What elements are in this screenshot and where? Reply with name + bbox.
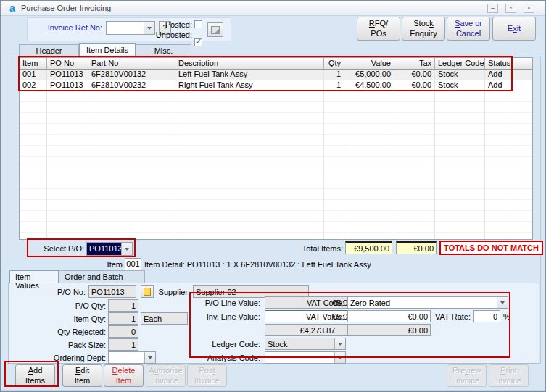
cell-tax xyxy=(394,233,435,240)
po-no-label: P/O No: xyxy=(41,288,86,296)
col-qty[interactable]: Qty xyxy=(324,58,344,69)
ledger-code-value: Stock xyxy=(265,338,334,349)
cell-part_no xyxy=(88,211,175,222)
cell-value xyxy=(344,146,394,157)
window-title: Purchase Order Invoicing xyxy=(21,1,111,16)
cell-description xyxy=(175,102,324,113)
add-items-button[interactable]: Add Items xyxy=(15,364,55,387)
cell-part_no xyxy=(88,124,175,135)
cell-tax xyxy=(394,135,435,146)
exit-button[interactable]: Exit xyxy=(492,17,536,41)
col-po-no[interactable]: PO No xyxy=(47,58,88,69)
cell-filler xyxy=(510,70,532,80)
chevron-down-icon[interactable] xyxy=(121,243,132,255)
table-row[interactable] xyxy=(20,102,532,113)
vat-rate-field[interactable]: 0 xyxy=(473,310,500,322)
tab-header-details[interactable]: Header Details xyxy=(19,44,79,57)
cell-filler xyxy=(510,200,532,211)
item-qty-field[interactable]: 1 xyxy=(108,312,138,325)
cell-description xyxy=(175,146,324,157)
cell-status xyxy=(485,157,510,167)
analysis-code-label: Analysis Code: xyxy=(182,354,260,362)
close-icon[interactable]: × xyxy=(524,4,534,13)
stock-enquiry-button[interactable]: Stock Enquiry xyxy=(402,17,445,41)
col-value[interactable]: Value xyxy=(344,58,394,69)
cell-item xyxy=(20,102,47,113)
totals-warning-badge: TOTALS DO NOT MATCH xyxy=(439,241,543,255)
table-row[interactable] xyxy=(20,135,532,146)
ledger-code-label: Ledger Code: xyxy=(182,340,260,349)
ledger-code-combo[interactable]: Stock xyxy=(265,338,346,350)
tab-item-details[interactable]: Item Details xyxy=(79,43,136,57)
chevron-down-icon[interactable] xyxy=(334,338,345,349)
col-tax[interactable]: Tax xyxy=(394,58,435,69)
col-item[interactable]: Item xyxy=(20,58,47,69)
cell-part_no xyxy=(88,167,175,178)
post-invoice-button: Post Invoice xyxy=(187,364,227,387)
analysis-code-combo[interactable] xyxy=(265,351,346,364)
cell-item xyxy=(20,157,47,167)
unposted-checkbox[interactable] xyxy=(194,38,202,46)
app-window: a Purchase Order Invoicing – ▫ × Invoice… xyxy=(0,0,546,392)
col-ledger-code[interactable]: Ledger Code xyxy=(435,58,485,69)
delete-item-button[interactable]: Delete Item xyxy=(104,364,144,387)
cell-part_no xyxy=(88,189,175,200)
cell-po_no xyxy=(47,189,88,200)
table-row[interactable] xyxy=(20,222,532,233)
table-row[interactable] xyxy=(20,178,532,189)
table-row[interactable] xyxy=(20,91,532,102)
col-part-no[interactable]: Part No xyxy=(88,58,175,69)
table-row[interactable] xyxy=(20,146,532,157)
save-or-cancel-button[interactable]: Save or Cancel xyxy=(447,17,490,41)
vat-code-combo[interactable]: Zero Rated xyxy=(347,296,508,309)
table-row[interactable]: 001PO110136F2810V00132Left Fuel Tank Ass… xyxy=(20,70,532,80)
cell-item: 001 xyxy=(20,70,47,80)
table-row[interactable] xyxy=(20,211,532,222)
cell-status xyxy=(485,91,510,102)
cell-part_no: 6F2810V00232 xyxy=(88,80,175,91)
cell-value xyxy=(344,157,394,167)
document-icon xyxy=(144,288,151,296)
select-po-combo[interactable]: PO11013 xyxy=(86,242,133,256)
cell-po_no xyxy=(47,102,88,113)
report-icon xyxy=(211,26,220,34)
cell-status: Add xyxy=(485,70,510,80)
table-row[interactable] xyxy=(20,189,532,200)
rfq-pos-button[interactable]: RFQ/ POs xyxy=(357,17,400,41)
ordering-dept-combo[interactable] xyxy=(108,351,156,364)
app-logo-icon: a xyxy=(7,2,18,14)
report-button[interactable] xyxy=(207,22,223,37)
tab-misc-details[interactable]: Misc. Details xyxy=(136,44,191,57)
table-row[interactable] xyxy=(20,157,532,167)
table-row[interactable] xyxy=(20,124,532,135)
minimize-icon[interactable]: – xyxy=(487,4,498,13)
analysis-code-value xyxy=(265,352,334,363)
table-body: 001PO110136F2810V00132Left Fuel Tank Ass… xyxy=(20,70,532,240)
chevron-down-icon[interactable] xyxy=(497,297,508,308)
tab-order-batch-details[interactable]: Order and Batch Details xyxy=(59,270,145,283)
cell-value xyxy=(344,233,394,240)
cell-value xyxy=(344,124,394,135)
table-row[interactable] xyxy=(20,167,532,178)
table-row[interactable]: 002PO110136F2810V00232Right Fuel Tank As… xyxy=(20,80,532,91)
cell-po_no xyxy=(47,113,88,124)
col-status[interactable]: Status xyxy=(485,58,510,69)
vat-value-field[interactable]: €0.00 xyxy=(347,310,431,322)
chevron-down-icon[interactable] xyxy=(144,352,155,363)
cell-ledger xyxy=(435,102,485,113)
edit-item-button[interactable]: Edit Item xyxy=(62,364,102,387)
chevron-down-icon[interactable] xyxy=(334,352,345,363)
cell-item: 002 xyxy=(20,80,47,91)
maximize-icon[interactable]: ▫ xyxy=(505,4,516,13)
cell-filler xyxy=(510,157,532,167)
col-description[interactable]: Description xyxy=(175,58,324,69)
cell-po_no xyxy=(47,200,88,211)
cell-filler xyxy=(510,102,532,113)
table-row[interactable] xyxy=(20,113,532,124)
table-row[interactable] xyxy=(20,233,532,240)
cell-po_no xyxy=(47,91,88,102)
posted-checkbox[interactable] xyxy=(194,20,202,28)
table-row[interactable] xyxy=(20,200,532,211)
tab-item-values[interactable]: Item Values xyxy=(9,270,59,283)
cell-value xyxy=(344,167,394,178)
